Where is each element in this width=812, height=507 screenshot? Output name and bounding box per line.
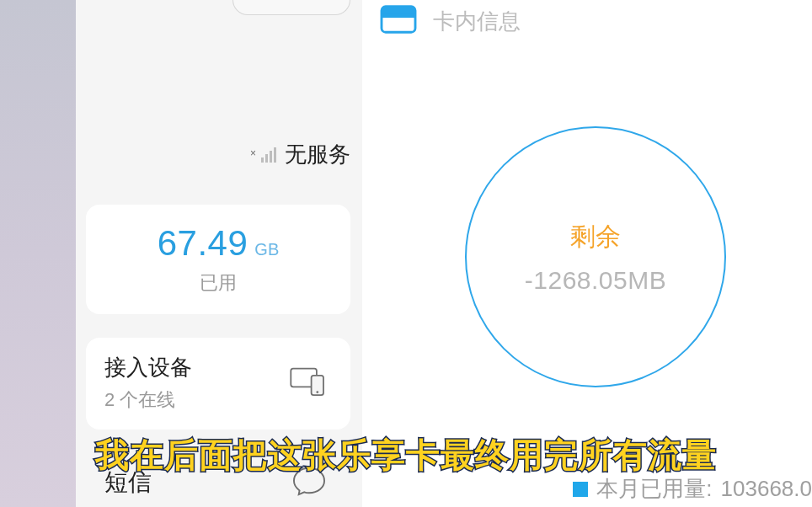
sms-row[interactable]: 短信: [86, 465, 350, 500]
no-service-label: 无服务: [285, 140, 350, 169]
sms-label: 短信: [104, 467, 152, 499]
remaining-label: 剩余: [570, 220, 621, 254]
usage-value: 67.49: [158, 223, 248, 264]
right-phone-screen: 卡内信息 剩余 -1268.05MB 本月已用量:103668.0: [362, 0, 812, 507]
wallpaper-strip: [0, 0, 76, 507]
usage-unit: GB: [254, 240, 279, 259]
month-usage-label: 本月已用量:: [596, 474, 712, 504]
card-info-header[interactable]: 卡内信息: [379, 0, 812, 42]
data-usage-card[interactable]: 67.49 GB 已用: [86, 205, 350, 314]
remaining-value: -1268.05MB: [525, 266, 666, 295]
month-usage-value: 103668.0: [721, 476, 812, 502]
sim-card-icon: [379, 3, 418, 40]
devices-icon: [290, 366, 327, 400]
signal-bars-icon: [261, 147, 276, 163]
legend-square-icon: [573, 482, 588, 497]
month-usage-row: 本月已用量:103668.0: [573, 474, 812, 504]
svg-rect-5: [382, 13, 415, 18]
device-count: 2 个在线: [104, 387, 192, 413]
device-title: 接入设备: [104, 353, 192, 382]
card-info-label: 卡内信息: [433, 7, 521, 36]
no-signal-x-icon: ×: [250, 147, 256, 159]
svg-point-2: [316, 391, 318, 393]
chat-bubble-icon: [291, 465, 327, 500]
no-service-status: × 无服务: [86, 140, 350, 169]
connected-devices-card[interactable]: 接入设备 2 个在线: [86, 338, 350, 430]
left-phone-screen: × 无服务 67.49 GB 已用 接入设备 2 个在线: [0, 0, 362, 507]
top-card-fragment: [86, 0, 350, 15]
remaining-data-ring: 剩余 -1268.05MB: [465, 126, 726, 387]
usage-label: 已用: [86, 270, 350, 296]
